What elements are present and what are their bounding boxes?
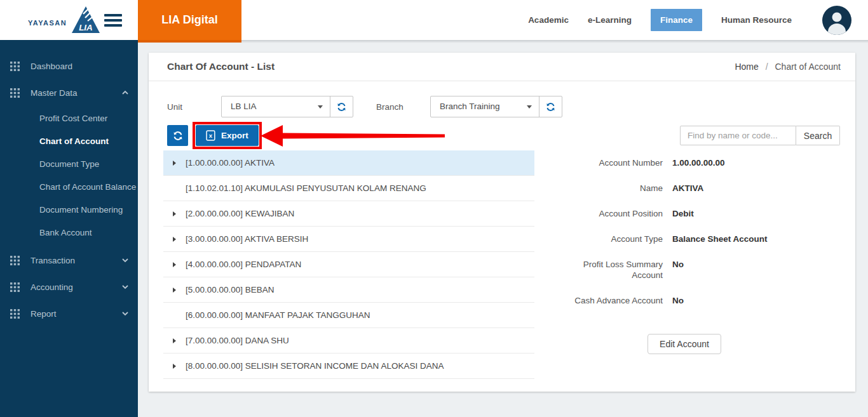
lia-triangle-logo-icon: LIA xyxy=(71,5,101,35)
chevron-down-icon xyxy=(121,310,129,317)
search-input[interactable] xyxy=(680,126,796,145)
caret-down-icon xyxy=(318,105,323,109)
sidebar-item-label: Transaction xyxy=(31,256,75,265)
branch-select-value: Branch Training xyxy=(440,102,500,111)
sidebar-item-bank-account[interactable]: Bank Account xyxy=(0,222,138,244)
detail-label: Account Position xyxy=(560,208,663,219)
chevron-up-icon xyxy=(121,89,129,96)
detail-label: Account Number xyxy=(560,157,663,168)
detail-row-account-number: Account Number 1.00.00.00.00 xyxy=(560,157,808,168)
nav-human-resource[interactable]: Human Resource xyxy=(721,15,792,25)
sidebar-item-label: Master Data xyxy=(31,88,78,98)
tree-row-label: [7.00.00.00.00] DANA SHU xyxy=(186,336,289,345)
sidebar-item-document-numbering[interactable]: Document Numbering xyxy=(0,199,138,222)
sidebar-item-document-type[interactable]: Document Type xyxy=(0,153,138,176)
logo-yayasan-text: YAYASAN xyxy=(28,19,67,35)
breadcrumb: Home / Chart of Account xyxy=(735,62,841,72)
detail-row-cash-advance: Cash Advance Account No xyxy=(560,295,808,306)
tree-row-label: [8.00.00.00.00] SELISIH SETORAN INCOME D… xyxy=(186,361,444,371)
detail-value: No xyxy=(672,295,684,306)
app-window: YAYASAN LIA LIA Digital Academic e-Learn… xyxy=(0,0,868,417)
yayasan-lia-logo: YAYASAN LIA xyxy=(28,5,101,35)
nav-finance[interactable]: Finance xyxy=(651,9,702,31)
tree-row[interactable]: [8.00.00.00.00] SELISIH SETORAN INCOME D… xyxy=(163,354,534,379)
grid-icon xyxy=(10,256,20,265)
sidebar-item-transaction[interactable]: Transaction xyxy=(0,247,138,274)
top-nav: Academic e-Learning Finance Human Resour… xyxy=(528,0,868,40)
detail-label: Cash Advance Account xyxy=(560,295,663,306)
expand-caret-icon[interactable] xyxy=(173,262,176,267)
app-title: LIA Digital xyxy=(138,0,241,40)
search-button[interactable]: Search xyxy=(796,126,840,145)
sidebar-item-chart-of-account-balance[interactable]: Chart of Account Balance xyxy=(0,176,138,199)
search-group: Search xyxy=(680,126,840,145)
unit-label: Unit xyxy=(167,102,221,112)
sidebar-item-report[interactable]: Report xyxy=(0,300,138,327)
menu-toggle-icon[interactable] xyxy=(104,14,122,27)
sidebar-item-accounting[interactable]: Accounting xyxy=(0,274,138,300)
expand-caret-icon[interactable] xyxy=(173,338,176,343)
tree-row[interactable]: [1.10.02.01.10] AKUMULASI PENYUSUTAN KOL… xyxy=(163,176,534,201)
tree-row[interactable]: [3.00.00.00.00] AKTIVA BERSIH xyxy=(163,227,534,252)
grid-icon xyxy=(10,282,20,292)
sidebar-item-dashboard[interactable]: Dashboard xyxy=(0,53,138,79)
detail-value: Debit xyxy=(672,208,694,219)
chevron-down-icon xyxy=(121,283,129,291)
sidebar-item-profit-cost-center[interactable]: Profit Cost Center xyxy=(0,107,138,130)
detail-label: Account Type xyxy=(560,234,663,244)
tree-refresh-button[interactable] xyxy=(167,125,188,146)
detail-row-profit-loss-summary: Profit Loss Summary Account No xyxy=(560,259,808,281)
sidebar-item-label: Report xyxy=(31,309,57,319)
detail-row-account-type: Account Type Balance Sheet Account xyxy=(560,234,808,244)
tree-row-label: [2.00.00.00.00] KEWAJIBAN xyxy=(186,209,294,218)
expand-caret-icon[interactable] xyxy=(173,211,176,216)
tree-row-label: [4.00.00.00.00] PENDAPATAN xyxy=(186,260,301,269)
nav-elearning[interactable]: e-Learning xyxy=(588,15,632,25)
tree-row-label: [3.00.00.00.00] AKTIVA BERSIH xyxy=(186,234,308,244)
expand-caret-icon[interactable] xyxy=(173,161,176,166)
branch-select[interactable]: Branch Training xyxy=(431,96,539,117)
expand-caret-icon[interactable] xyxy=(173,237,176,242)
sidebar-item-label: Accounting xyxy=(31,282,73,292)
tree-row-label: [5.00.00.00.00] BEBAN xyxy=(186,285,275,295)
breadcrumb-home-link[interactable]: Home xyxy=(735,62,758,72)
tree-row[interactable]: [2.00.00.00.00] KEWAJIBAN xyxy=(163,201,534,227)
chart-of-account-card: Chart Of Account - List Home / Chart of … xyxy=(149,53,855,392)
unit-refresh-button[interactable] xyxy=(330,96,353,117)
expand-caret-icon[interactable] xyxy=(173,364,176,369)
tree-row[interactable]: [5.00.00.00.00] BEBAN xyxy=(163,277,534,303)
toolbar-row: x Export Search xyxy=(167,125,840,146)
breadcrumb-current: Chart of Account xyxy=(775,62,841,72)
account-tree: [1.00.00.00.00] AKTIVA [1.10.02.01.10] A… xyxy=(163,150,534,379)
card-header: Chart Of Account - List Home / Chart of … xyxy=(149,53,855,81)
export-button[interactable]: x Export xyxy=(196,125,259,146)
unit-select-group: LB LIA xyxy=(221,96,353,117)
unit-select-value: LB LIA xyxy=(231,102,257,111)
tree-row-label: [1.00.00.00.00] AKTIVA xyxy=(186,158,275,168)
branch-refresh-button[interactable] xyxy=(539,96,562,117)
branch-select-group: Branch Training xyxy=(430,96,562,117)
detail-value: No xyxy=(672,259,684,281)
tree-row[interactable]: [7.00.00.00.00] DANA SHU xyxy=(163,328,534,354)
grid-icon xyxy=(10,309,20,319)
top-header: YAYASAN LIA LIA Digital Academic e-Learn… xyxy=(0,0,868,40)
detail-value: Balance Sheet Account xyxy=(672,234,768,244)
expand-caret-icon[interactable] xyxy=(173,288,176,293)
filter-row: Unit LB LIA Branch xyxy=(167,96,562,117)
tree-row[interactable]: [6.00.00.00.00] MANFAAT PAJAK TANGGUHAN xyxy=(163,303,534,328)
annotation-arrow xyxy=(259,122,446,149)
sidebar-item-master-data[interactable]: Master Data xyxy=(0,79,138,106)
tree-row[interactable]: [4.00.00.00.00] PENDAPATAN xyxy=(163,252,534,277)
tree-row[interactable]: [1.00.00.00.00] AKTIVA xyxy=(163,150,534,176)
tree-row-label: [6.00.00.00.00] MANFAAT PAJAK TANGGUHAN xyxy=(186,310,370,320)
detail-value: AKTIVA xyxy=(672,183,703,194)
edit-account-button[interactable]: Edit Account xyxy=(648,334,721,354)
sidebar-submenu-master-data: Profit Cost Center Chart of Account Docu… xyxy=(0,106,138,247)
refresh-icon xyxy=(173,131,183,141)
unit-select[interactable]: LB LIA xyxy=(222,96,330,117)
sidebar-item-chart-of-account[interactable]: Chart of Account xyxy=(0,130,138,153)
refresh-icon xyxy=(546,102,555,112)
user-avatar[interactable] xyxy=(822,6,851,35)
svg-text:x: x xyxy=(209,132,213,139)
nav-academic[interactable]: Academic xyxy=(528,15,569,25)
